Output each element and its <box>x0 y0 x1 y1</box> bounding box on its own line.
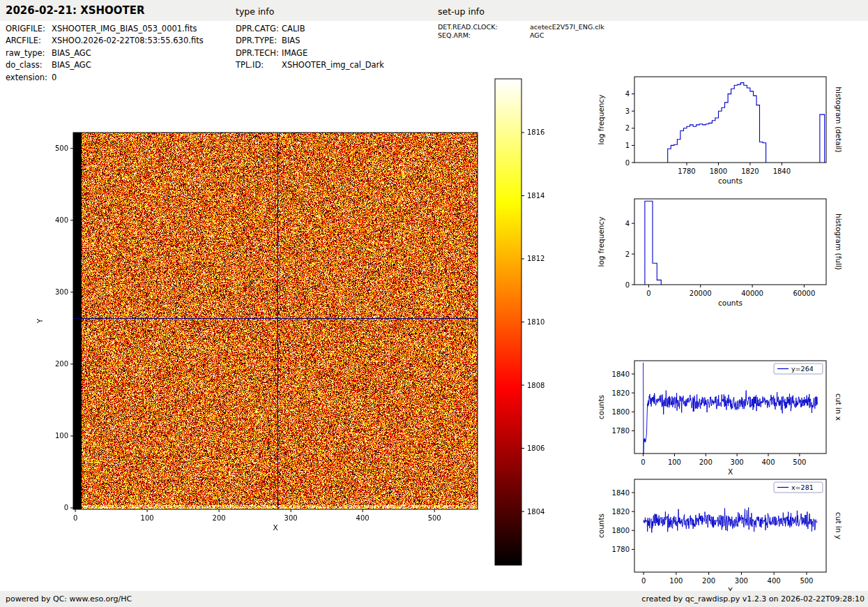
svg-text:500: 500 <box>793 458 806 466</box>
meta-row-doclass: do_class:BIAS_AGC <box>6 59 204 71</box>
svg-text:1806: 1806 <box>527 444 545 452</box>
svg-text:100: 100 <box>55 432 68 440</box>
svg-text:1820: 1820 <box>612 508 630 516</box>
svg-text:histogram (detail): histogram (detail) <box>835 87 843 152</box>
svg-text:500: 500 <box>55 144 68 152</box>
histogram-full-plot: 0200004000060000024countslog frequencyhi… <box>593 190 868 316</box>
meta-value: BIAS_AGC <box>52 60 91 70</box>
svg-text:cut in y: cut in y <box>835 512 843 539</box>
meta-value: BIAS <box>282 36 300 45</box>
meta-value: XSHOOTER_IMG_BIAS_053_0001.fits <box>52 24 197 33</box>
meta-value: AGC <box>530 31 544 39</box>
svg-text:1820: 1820 <box>741 167 759 175</box>
header-bar: 2026-02-21: XSHOOTER type info set-up in… <box>0 0 868 21</box>
svg-text:3: 3 <box>625 107 630 115</box>
svg-text:0: 0 <box>641 458 645 466</box>
svg-text:500: 500 <box>428 514 441 522</box>
svg-text:1780: 1780 <box>612 546 630 553</box>
meta-value: XSHOOTER_img_cal_Dark <box>282 60 384 70</box>
svg-text:counts: counts <box>597 395 605 419</box>
meta-label: TPL.ID: <box>236 59 282 71</box>
svg-text:200: 200 <box>213 514 226 522</box>
svg-text:0: 0 <box>73 514 77 522</box>
svg-text:100: 100 <box>141 514 154 522</box>
svg-text:1800: 1800 <box>612 408 630 416</box>
svg-text:1814: 1814 <box>527 192 545 200</box>
svg-text:counts: counts <box>718 177 743 185</box>
svg-text:0: 0 <box>646 290 650 297</box>
histogram-detail-plot: 178018001820184001234countslog frequency… <box>593 68 868 194</box>
meta-label: ORIGFILE: <box>6 23 52 35</box>
svg-text:4: 4 <box>625 220 630 227</box>
svg-text:0: 0 <box>625 159 630 167</box>
colorbar-axis: 1804180618081810181218141816 <box>492 73 568 576</box>
meta-row-dprtech: DPR.TECH:IMAGE <box>236 47 384 59</box>
type-info-block: DPR.CATG:CALIB DPR.TYPE:BIAS DPR.TECH:IM… <box>236 23 384 72</box>
meta-label: DET.READ.CLOCK: <box>438 23 530 31</box>
svg-text:100: 100 <box>668 458 681 466</box>
svg-text:log frequency: log frequency <box>597 94 605 144</box>
setup-info-heading: set-up info <box>438 6 485 17</box>
qc-report-page: 2026-02-21: XSHOOTER type info set-up in… <box>0 0 868 607</box>
svg-text:300: 300 <box>731 458 744 466</box>
meta-label: ARCFILE: <box>6 35 52 47</box>
page-title: 2026-02-21: XSHOOTER <box>6 4 145 17</box>
meta-label: do_class: <box>6 59 52 71</box>
svg-text:2: 2 <box>625 250 630 258</box>
svg-text:x=281: x=281 <box>791 484 814 491</box>
type-info-heading: type info <box>236 6 274 17</box>
meta-value: CALIB <box>282 24 305 33</box>
meta-row-dprcatg: DPR.CATG:CALIB <box>236 23 384 35</box>
meta-row-dprtype: DPR.TYPE:BIAS <box>236 35 384 47</box>
svg-text:300: 300 <box>735 577 748 585</box>
svg-text:60000: 60000 <box>793 290 816 297</box>
svg-text:200: 200 <box>55 360 68 368</box>
bias-image-axes: 01002003004005000100200300400500XY <box>28 115 516 562</box>
svg-text:40000: 40000 <box>741 290 763 297</box>
svg-text:20000: 20000 <box>690 290 712 297</box>
svg-text:1780: 1780 <box>612 427 630 435</box>
cut-in-y-plot: 01002003004005001780180018201840Ycountsc… <box>593 471 868 605</box>
svg-text:0: 0 <box>641 577 646 585</box>
meta-label: DPR.TYPE: <box>236 35 282 47</box>
svg-text:1: 1 <box>625 142 630 149</box>
svg-text:400: 400 <box>768 577 781 585</box>
meta-label: raw_type: <box>6 47 52 59</box>
svg-text:400: 400 <box>761 458 775 466</box>
svg-text:300: 300 <box>55 288 68 296</box>
svg-text:400: 400 <box>55 216 68 224</box>
svg-text:200: 200 <box>702 577 715 585</box>
svg-text:1820: 1820 <box>612 389 630 397</box>
svg-text:y=264: y=264 <box>791 365 814 373</box>
svg-text:1812: 1812 <box>527 255 545 262</box>
svg-text:1808: 1808 <box>527 382 545 389</box>
meta-label: SEQ.ARM: <box>438 31 530 40</box>
setup-info-block: DET.READ.CLOCK:acetecE2V57I_ENG.clk SEQ.… <box>438 23 604 39</box>
meta-label: DPR.CATG: <box>236 23 282 35</box>
svg-text:400: 400 <box>356 514 370 522</box>
svg-text:1800: 1800 <box>710 167 727 175</box>
meta-row-readclock: DET.READ.CLOCK:acetecE2V57I_ENG.clk <box>438 23 604 31</box>
meta-row-origfile: ORIGFILE:XSHOOTER_IMG_BIAS_053_0001.fits <box>6 23 204 35</box>
svg-text:2: 2 <box>625 124 630 132</box>
footer-powered-by: powered by QC: www.eso.org/HC <box>6 594 132 604</box>
svg-text:0: 0 <box>64 504 68 511</box>
svg-text:counts: counts <box>597 514 605 538</box>
svg-text:0: 0 <box>625 281 630 289</box>
meta-value: BIAS_AGC <box>52 48 91 58</box>
svg-text:X: X <box>273 523 277 532</box>
svg-text:300: 300 <box>284 514 298 522</box>
cut-in-x-plot: 01002003004005001780180018201840Xcountsc… <box>593 352 868 486</box>
svg-text:1804: 1804 <box>527 508 545 516</box>
meta-label: extension: <box>6 72 52 84</box>
svg-text:log frequency: log frequency <box>597 216 605 267</box>
svg-text:4: 4 <box>625 90 630 98</box>
svg-text:cut in x: cut in x <box>835 394 843 421</box>
svg-text:histogram (full): histogram (full) <box>835 213 843 270</box>
svg-text:100: 100 <box>669 577 683 585</box>
meta-row-arcfile: ARCFILE:XSHOO.2026-02-22T08:53:55.630.fi… <box>6 35 204 47</box>
meta-row-tplid: TPL.ID:XSHOOTER_img_cal_Dark <box>236 59 384 71</box>
svg-text:1840: 1840 <box>612 370 630 378</box>
svg-text:1816: 1816 <box>527 128 545 136</box>
meta-value: 0 <box>52 73 56 82</box>
